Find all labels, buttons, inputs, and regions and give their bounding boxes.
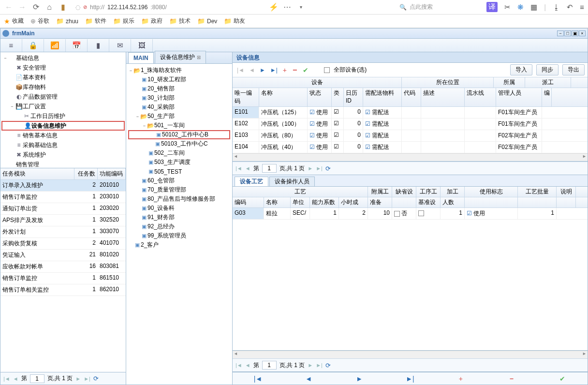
url-prefix: http:// bbox=[90, 4, 104, 11]
more-button[interactable]: ⋯ bbox=[282, 2, 292, 12]
toolbar-icons: 译 ✂ ❋ ▦ | ⭳ ↶ ≡ bbox=[486, 2, 584, 12]
grid-icon[interactable]: ▦ bbox=[530, 3, 537, 12]
site-badge-icon: ⊘ bbox=[83, 4, 87, 10]
reload-button[interactable]: ⟳ bbox=[31, 2, 41, 12]
site-icon: ◌ bbox=[75, 4, 80, 11]
url-host: 122.114.52.196 bbox=[107, 4, 147, 11]
url-port: :8080/ bbox=[150, 4, 166, 11]
bookmark-Dev[interactable]: 📁Dev bbox=[197, 17, 217, 25]
snowflake-icon[interactable]: ❋ bbox=[517, 3, 524, 12]
separator: | bbox=[544, 3, 546, 11]
search-icon: 🔍 bbox=[399, 4, 407, 11]
undo-icon[interactable]: ↶ bbox=[567, 3, 573, 12]
scissors-icon[interactable]: ✂ bbox=[504, 3, 511, 12]
bookmark-技术[interactable]: 📁技术 bbox=[169, 17, 191, 25]
search-placeholder: 点此搜索 bbox=[410, 3, 433, 11]
bookmark-政府[interactable]: 📁政府 bbox=[141, 17, 162, 25]
bookmark-助友[interactable]: 📁助友 bbox=[224, 17, 245, 25]
bookmark-娱乐[interactable]: 📁娱乐 bbox=[113, 17, 134, 25]
browser-toolbar: ← → ⟳ ⌂ ▮ ◌ ⊘ http://122.114.52.196:8080… bbox=[0, 0, 588, 15]
url-bar[interactable]: ◌ ⊘ http://122.114.52.196:8080/ bbox=[72, 3, 265, 12]
bookmark-软件[interactable]: 📁软件 bbox=[85, 17, 106, 25]
bookmark-谷歌[interactable]: ⊕谷歌 bbox=[30, 17, 49, 25]
bookmark-收藏[interactable]: ★收藏 bbox=[4, 17, 24, 25]
forward-button[interactable]: → bbox=[17, 3, 27, 12]
flash-icon[interactable]: ⚡ bbox=[269, 2, 279, 12]
search-box[interactable]: 🔍 点此搜索 bbox=[396, 2, 483, 12]
menu-icon[interactable]: ≡ bbox=[580, 3, 584, 11]
home-button[interactable]: ⌂ bbox=[44, 3, 54, 12]
translate-icon[interactable]: 译 bbox=[486, 2, 498, 12]
dropdown-icon[interactable]: ▾ bbox=[296, 4, 306, 10]
briefcase-button[interactable]: ▮ bbox=[58, 2, 68, 12]
back-button[interactable]: ← bbox=[4, 3, 14, 12]
bookmark-zhuu[interactable]: 📁zhuu bbox=[56, 17, 78, 25]
bookmarks-bar: ★收藏⊕谷歌📁zhuu📁软件📁娱乐📁政府📁技术📁Dev📁助友 bbox=[0, 15, 588, 28]
download-icon[interactable]: ⭳ bbox=[553, 3, 560, 11]
